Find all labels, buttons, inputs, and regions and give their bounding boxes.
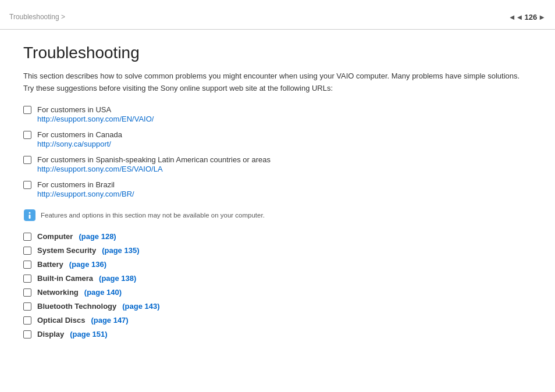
customer-label: For customers in USA (37, 105, 154, 114)
toc-item-link[interactable]: (page 128) (79, 232, 116, 241)
list-item: Built-in Camera (page 138) (23, 274, 532, 283)
intro-text: This section describes how to solve comm… (23, 70, 532, 95)
toc-item-label: Networking (37, 288, 79, 297)
arrow-left-icon: ◄◄ (508, 13, 524, 22)
toc-item-link[interactable]: (page 147) (91, 316, 128, 325)
toc-list: Computer (page 128) System Security (pag… (23, 232, 532, 338)
checkbox-icon (23, 106, 31, 114)
customer-list: For customers in USA http://esupport.son… (23, 105, 532, 198)
page-number: 126 (524, 13, 537, 22)
customer-link[interactable]: http://esupport.sony.com/EN/VAIO/ (37, 115, 154, 123)
customer-item-content: For customers in Spanish-speaking Latin … (37, 155, 271, 173)
checkbox-icon (23, 261, 31, 269)
checkbox-icon (23, 288, 31, 297)
checkbox-icon (23, 233, 31, 241)
toc-item-link[interactable]: (page 140) (84, 288, 122, 297)
list-item: Battery (page 136) (23, 260, 532, 269)
page-number-container: ◄◄ 126 ► (508, 13, 546, 22)
checkbox-icon (23, 156, 31, 164)
toc-item-label: Built-in Camera (37, 274, 93, 283)
list-item: For customers in Spanish-speaking Latin … (23, 155, 532, 173)
checkbox-icon (23, 330, 31, 338)
customer-item-content: For customers in Brazil http://esupport.… (37, 180, 134, 198)
toc-item-link[interactable]: (page 143) (122, 302, 159, 311)
checkbox-icon (23, 131, 31, 139)
toc-item-link[interactable]: (page 138) (99, 274, 136, 283)
breadcrumb: Troubleshooting > (9, 13, 65, 21)
checkbox-icon (23, 181, 31, 189)
svg-rect-2 (29, 215, 31, 219)
customer-link[interactable]: http://esupport.sony.com/BR/ (37, 190, 134, 198)
note-text: Features and options in this section may… (41, 211, 265, 220)
svg-point-1 (29, 212, 31, 213)
checkbox-icon (23, 275, 31, 283)
list-item: Networking (page 140) (23, 288, 532, 297)
customer-item-content: For customers in USA http://esupport.son… (37, 105, 154, 123)
toc-item-link[interactable]: (page 136) (69, 260, 106, 269)
list-item: System Security (page 135) (23, 246, 532, 255)
toc-item-label: System Security (37, 246, 96, 255)
customer-link[interactable]: http://esupport.sony.com/ES/VAIO/LA (37, 165, 271, 173)
toc-item-label: Battery (37, 260, 63, 269)
list-item: Bluetooth Technology (page 143) (23, 302, 532, 311)
toc-item-label: Computer (37, 232, 73, 241)
toc-item-link[interactable]: (page 151) (70, 330, 107, 338)
list-item: Computer (page 128) (23, 232, 532, 241)
note-section: Features and options in this section may… (23, 209, 532, 222)
checkbox-icon (23, 247, 31, 255)
page-nav: ◄◄ 126 ► (508, 13, 546, 22)
page-title: Troubleshooting (23, 44, 532, 62)
toc-item-label: Optical Discs (37, 316, 85, 325)
list-item: For customers in Canada http://sony.ca/s… (23, 130, 532, 148)
top-bar: Troubleshooting > ◄◄ 126 ► (0, 0, 555, 29)
customer-item-content: For customers in Canada http://sony.ca/s… (37, 130, 122, 148)
toc-item-label: Display (37, 330, 64, 338)
customer-link[interactable]: http://sony.ca/support/ (37, 140, 122, 148)
main-content: Troubleshooting This section describes h… (0, 30, 555, 355)
list-item: For customers in Brazil http://esupport.… (23, 180, 532, 198)
note-icon (23, 209, 36, 222)
list-item: Display (page 151) (23, 330, 532, 338)
list-item: Optical Discs (page 147) (23, 316, 532, 325)
checkbox-icon (23, 316, 31, 325)
toc-item-link[interactable]: (page 135) (102, 246, 139, 255)
customer-label: For customers in Brazil (37, 180, 134, 189)
customer-label: For customers in Spanish-speaking Latin … (37, 155, 271, 164)
customer-label: For customers in Canada (37, 130, 122, 139)
list-item: For customers in USA http://esupport.son… (23, 105, 532, 123)
arrow-right-icon: ► (538, 13, 546, 22)
checkbox-icon (23, 302, 31, 311)
toc-item-label: Bluetooth Technology (37, 302, 116, 311)
